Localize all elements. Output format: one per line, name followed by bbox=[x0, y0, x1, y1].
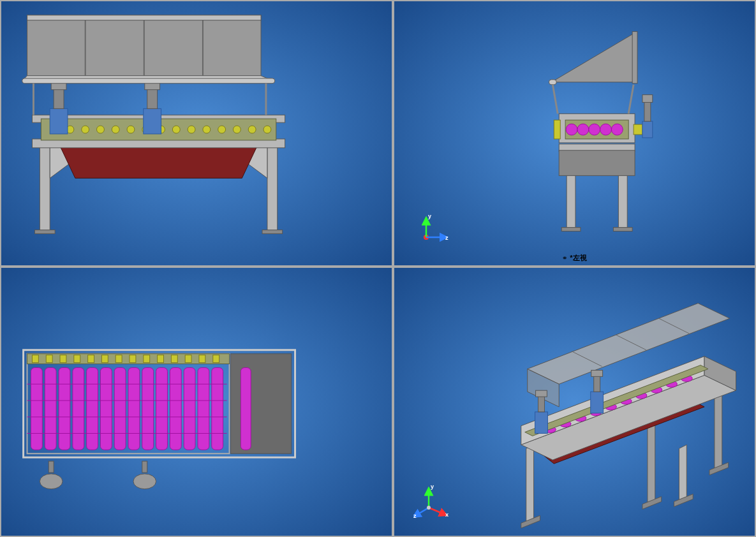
svg-rect-71 bbox=[46, 355, 52, 363]
svg-rect-103 bbox=[48, 461, 54, 473]
svg-rect-79 bbox=[158, 355, 164, 363]
svg-rect-0 bbox=[40, 143, 50, 232]
svg-rect-92 bbox=[142, 368, 154, 450]
motor-assembly-2 bbox=[144, 82, 161, 134]
svg-point-21 bbox=[248, 126, 256, 133]
svg-point-46 bbox=[566, 124, 577, 135]
svg-rect-75 bbox=[101, 355, 108, 363]
svg-point-13 bbox=[127, 126, 135, 133]
viewport-left[interactable]: y z ⚭ *左視 bbox=[393, 0, 756, 267]
svg-point-47 bbox=[577, 124, 589, 135]
svg-rect-77 bbox=[130, 355, 136, 363]
svg-rect-39 bbox=[262, 230, 283, 234]
svg-point-11 bbox=[97, 126, 105, 133]
svg-rect-136 bbox=[591, 370, 603, 376]
svg-marker-110 bbox=[679, 445, 686, 503]
svg-rect-105 bbox=[142, 461, 147, 473]
svg-rect-78 bbox=[144, 355, 150, 363]
svg-rect-27 bbox=[147, 89, 158, 109]
svg-point-104 bbox=[40, 474, 63, 489]
svg-rect-51 bbox=[634, 124, 642, 135]
svg-rect-57 bbox=[549, 80, 556, 85]
motor-assembly-1 bbox=[50, 82, 68, 134]
svg-point-20 bbox=[233, 126, 241, 133]
svg-point-144 bbox=[427, 506, 431, 510]
svg-line-59 bbox=[552, 85, 558, 114]
svg-rect-52 bbox=[642, 121, 653, 138]
viewport-top[interactable] bbox=[0, 267, 393, 537]
svg-rect-61 bbox=[561, 228, 581, 232]
svg-rect-94 bbox=[170, 368, 181, 450]
svg-rect-53 bbox=[644, 101, 651, 121]
view-label-left: ⚭ *左視 bbox=[562, 253, 586, 263]
axis-label-z: z bbox=[413, 513, 417, 519]
svg-rect-68 bbox=[230, 354, 291, 454]
cad-viewport-grid: y z ⚭ *左視 bbox=[0, 0, 756, 537]
svg-rect-33 bbox=[27, 15, 261, 20]
svg-rect-35 bbox=[22, 78, 275, 84]
svg-marker-107 bbox=[648, 416, 655, 506]
svg-line-143 bbox=[416, 508, 429, 515]
svg-rect-95 bbox=[184, 368, 195, 450]
svg-point-10 bbox=[82, 126, 89, 133]
svg-rect-72 bbox=[60, 355, 66, 363]
svg-point-49 bbox=[600, 124, 612, 135]
axis-label-z: z bbox=[445, 235, 448, 241]
triad-iso-view: y x z bbox=[413, 482, 452, 520]
svg-rect-24 bbox=[54, 89, 64, 109]
svg-marker-56 bbox=[551, 33, 635, 82]
svg-rect-80 bbox=[171, 355, 177, 363]
link-icon: ⚭ bbox=[562, 254, 567, 261]
svg-marker-109 bbox=[526, 445, 534, 524]
svg-marker-4 bbox=[59, 143, 258, 178]
svg-point-16 bbox=[172, 126, 180, 133]
svg-rect-85 bbox=[45, 368, 56, 450]
svg-rect-97 bbox=[212, 368, 223, 450]
svg-rect-134 bbox=[591, 392, 604, 413]
svg-rect-62 bbox=[613, 228, 632, 232]
top-view-scene bbox=[1, 268, 392, 536]
svg-rect-89 bbox=[100, 368, 112, 450]
svg-point-18 bbox=[203, 126, 211, 133]
svg-rect-70 bbox=[32, 355, 38, 363]
svg-point-12 bbox=[112, 126, 119, 133]
svg-rect-58 bbox=[632, 32, 637, 84]
svg-rect-133 bbox=[536, 390, 547, 397]
svg-point-19 bbox=[218, 126, 226, 133]
axis-label-y: y bbox=[428, 213, 431, 219]
svg-rect-102 bbox=[241, 368, 251, 450]
viewport-iso[interactable]: y x z bbox=[393, 267, 756, 537]
axis-label-y: y bbox=[431, 483, 434, 490]
svg-rect-93 bbox=[156, 368, 168, 450]
svg-rect-88 bbox=[87, 368, 98, 450]
front-view-scene bbox=[1, 1, 392, 265]
svg-rect-82 bbox=[199, 355, 205, 363]
svg-point-17 bbox=[188, 126, 195, 133]
svg-rect-91 bbox=[128, 368, 140, 450]
svg-rect-23 bbox=[50, 108, 68, 134]
triad-left-view: y z bbox=[413, 212, 452, 250]
axis-label-x: x bbox=[445, 511, 448, 518]
svg-rect-26 bbox=[144, 108, 161, 134]
svg-rect-132 bbox=[538, 395, 545, 412]
svg-rect-83 bbox=[213, 355, 219, 363]
svg-line-60 bbox=[628, 85, 634, 114]
svg-rect-84 bbox=[31, 368, 42, 450]
svg-rect-54 bbox=[642, 95, 653, 103]
svg-rect-43 bbox=[559, 151, 635, 176]
svg-rect-76 bbox=[115, 355, 122, 363]
svg-rect-1 bbox=[267, 143, 278, 232]
svg-rect-131 bbox=[535, 412, 548, 434]
viewport-front[interactable] bbox=[0, 0, 393, 267]
svg-rect-38 bbox=[34, 230, 55, 234]
svg-rect-86 bbox=[59, 368, 70, 450]
svg-point-22 bbox=[263, 126, 271, 133]
svg-point-48 bbox=[589, 124, 600, 135]
svg-rect-81 bbox=[185, 355, 191, 363]
svg-rect-74 bbox=[88, 355, 94, 363]
view-label-text: *左視 bbox=[570, 253, 586, 263]
svg-rect-135 bbox=[594, 375, 600, 392]
svg-point-106 bbox=[133, 474, 156, 489]
svg-line-142 bbox=[429, 508, 444, 514]
svg-point-50 bbox=[611, 124, 623, 135]
